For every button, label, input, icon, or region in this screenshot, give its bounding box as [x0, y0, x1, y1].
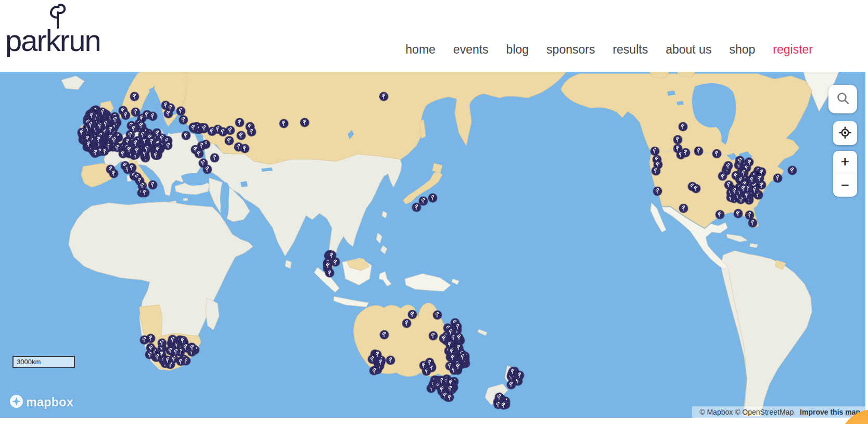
event-marker[interactable] [437, 376, 445, 385]
event-marker[interactable] [164, 109, 173, 118]
event-marker[interactable] [168, 335, 177, 344]
event-marker[interactable] [453, 322, 462, 331]
event-marker[interactable] [200, 123, 209, 132]
event-marker[interactable] [210, 153, 219, 162]
event-marker[interactable] [87, 111, 96, 120]
event-marker[interactable] [508, 367, 517, 376]
event-marker[interactable] [178, 336, 187, 345]
nav-item-results[interactable]: results [612, 43, 648, 57]
event-marker[interactable] [187, 343, 196, 352]
event-marker[interactable] [146, 334, 155, 343]
event-marker[interactable] [331, 258, 340, 266]
nav-item-blog[interactable]: blog [506, 43, 529, 57]
event-marker[interactable] [453, 362, 462, 371]
event-marker[interactable] [507, 380, 516, 389]
nav-item-home[interactable]: home [405, 43, 436, 57]
event-marker[interactable] [141, 188, 149, 197]
geolocate-button[interactable] [833, 121, 857, 145]
nav-item-sponsors[interactable]: sponsors [546, 43, 595, 57]
event-marker[interactable] [419, 197, 428, 205]
event-marker[interactable] [94, 135, 103, 144]
event-marker[interactable] [279, 119, 288, 128]
event-marker[interactable] [458, 353, 467, 362]
event-marker[interactable] [86, 121, 95, 130]
event-marker[interactable] [235, 118, 244, 127]
attribution-copyright[interactable]: © Mapbox © OpenStreetMap [699, 408, 794, 416]
improve-this-map-link[interactable]: Improve this map [800, 408, 860, 416]
nav-item-shop[interactable]: shop [729, 43, 755, 57]
event-marker[interactable] [225, 136, 234, 145]
event-marker[interactable] [380, 330, 389, 339]
event-marker[interactable] [145, 350, 154, 359]
event-marker[interactable] [735, 156, 744, 165]
event-marker[interactable] [745, 158, 754, 166]
event-marker[interactable] [716, 210, 724, 219]
event-marker[interactable] [176, 107, 185, 115]
event-marker[interactable] [650, 147, 659, 156]
event-marker[interactable] [151, 150, 160, 159]
event-marker[interactable] [730, 186, 738, 195]
map-search-button[interactable] [828, 85, 857, 113]
event-marker[interactable] [125, 145, 134, 154]
event-marker[interactable] [84, 140, 93, 149]
event-marker[interactable] [240, 144, 249, 153]
event-marker[interactable] [773, 174, 782, 183]
event-marker[interactable] [745, 211, 754, 220]
event-marker[interactable] [130, 92, 139, 101]
event-marker[interactable] [152, 129, 161, 137]
event-marker[interactable] [130, 124, 138, 133]
event-marker[interactable] [499, 401, 508, 409]
event-marker[interactable] [325, 268, 334, 277]
event-marker[interactable] [379, 92, 388, 101]
event-marker[interactable] [158, 339, 167, 348]
event-marker[interactable] [369, 366, 378, 375]
event-marker[interactable] [739, 169, 748, 177]
event-marker[interactable] [738, 184, 747, 193]
event-marker[interactable] [454, 343, 463, 352]
event-marker[interactable] [121, 111, 130, 120]
parkrun-logo[interactable]: parkrun [5, 1, 125, 69]
event-marker[interactable] [179, 115, 188, 124]
event-marker[interactable] [111, 115, 120, 124]
event-marker[interactable] [101, 119, 110, 128]
event-marker[interactable] [189, 123, 198, 132]
event-marker[interactable] [694, 147, 703, 156]
event-marker[interactable] [182, 131, 190, 140]
event-marker[interactable] [91, 148, 100, 157]
event-marker[interactable] [724, 161, 733, 170]
event-marker[interactable] [300, 118, 309, 127]
event-marker[interactable] [412, 203, 421, 212]
event-marker[interactable] [148, 181, 157, 189]
event-marker[interactable] [755, 174, 764, 183]
event-marker[interactable] [429, 331, 438, 340]
map-container[interactable]: + − 3000km mapbox © Mapbox © OpenStreetM… [0, 72, 865, 418]
event-marker[interactable] [445, 393, 454, 402]
zoom-in-button[interactable]: + [833, 151, 857, 174]
event-marker[interactable] [226, 126, 235, 135]
event-marker[interactable] [679, 122, 687, 131]
event-marker[interactable] [163, 141, 172, 150]
event-marker[interactable] [673, 135, 682, 144]
event-marker[interactable] [376, 358, 385, 367]
event-marker[interactable] [171, 347, 180, 356]
nav-item-register[interactable]: register [773, 43, 813, 57]
event-marker[interactable] [428, 194, 437, 202]
event-marker[interactable] [195, 149, 203, 158]
event-marker[interactable] [734, 209, 743, 218]
event-marker[interactable] [163, 356, 172, 365]
mapbox-logo[interactable]: mapbox [9, 394, 73, 410]
event-marker[interactable] [109, 169, 118, 178]
event-marker[interactable] [748, 219, 757, 227]
event-marker[interactable] [433, 311, 442, 319]
event-marker[interactable] [439, 334, 448, 343]
event-marker[interactable] [127, 163, 136, 172]
event-marker[interactable] [788, 166, 797, 175]
event-marker[interactable] [386, 356, 395, 365]
nav-item-about-us[interactable]: about us [666, 43, 711, 57]
event-marker[interactable] [402, 319, 411, 328]
zoom-out-button[interactable]: − [833, 174, 857, 197]
event-marker[interactable] [147, 137, 156, 146]
event-marker[interactable] [237, 131, 246, 140]
event-marker[interactable] [148, 112, 157, 121]
event-marker[interactable] [495, 393, 504, 402]
